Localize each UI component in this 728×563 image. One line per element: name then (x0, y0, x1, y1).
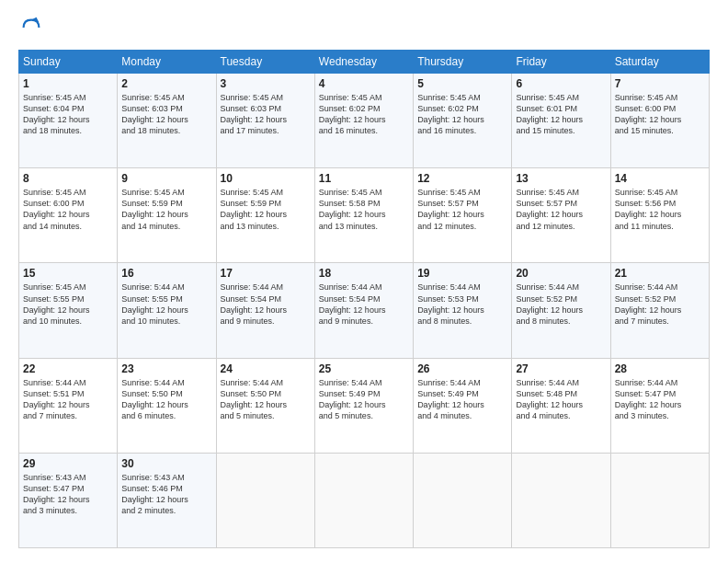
day-info: Sunrise: 5:43 AM Sunset: 5:47 PM Dayligh… (23, 472, 113, 517)
day-number: 3 (221, 77, 311, 90)
day-number: 28 (615, 362, 705, 375)
calendar-cell: 14Sunrise: 5:45 AM Sunset: 5:56 PM Dayli… (610, 168, 709, 263)
page: SundayMondayTuesdayWednesdayThursdayFrid… (0, 0, 728, 563)
day-info: Sunrise: 5:45 AM Sunset: 5:59 PM Dayligh… (121, 187, 211, 232)
calendar-cell: 28Sunrise: 5:44 AM Sunset: 5:47 PM Dayli… (610, 358, 709, 453)
calendar-week-4: 29Sunrise: 5:43 AM Sunset: 5:47 PM Dayli… (19, 453, 710, 547)
day-number: 2 (121, 77, 211, 90)
day-number: 16 (121, 267, 211, 280)
day-number: 12 (417, 172, 507, 185)
day-number: 5 (417, 77, 507, 90)
day-number: 24 (221, 362, 311, 375)
day-number: 7 (615, 77, 705, 90)
calendar-cell (414, 453, 512, 547)
day-number: 20 (516, 267, 606, 280)
day-info: Sunrise: 5:45 AM Sunset: 6:03 PM Dayligh… (121, 92, 211, 137)
calendar-cell: 19Sunrise: 5:44 AM Sunset: 5:53 PM Dayli… (414, 263, 512, 358)
day-info: Sunrise: 5:45 AM Sunset: 5:59 PM Dayligh… (221, 187, 311, 232)
day-number: 29 (23, 457, 113, 470)
calendar-header-thursday: Thursday (414, 51, 512, 74)
calendar-body: 1Sunrise: 5:45 AM Sunset: 6:04 PM Daylig… (19, 74, 710, 548)
day-info: Sunrise: 5:45 AM Sunset: 5:55 PM Dayligh… (23, 282, 113, 327)
day-number: 23 (121, 362, 211, 375)
day-number: 4 (319, 77, 409, 90)
logo (18, 15, 48, 40)
day-number: 15 (23, 267, 113, 280)
calendar-cell: 18Sunrise: 5:44 AM Sunset: 5:54 PM Dayli… (314, 263, 413, 358)
calendar-cell (610, 453, 709, 547)
calendar-cell: 21Sunrise: 5:44 AM Sunset: 5:52 PM Dayli… (610, 263, 709, 358)
day-info: Sunrise: 5:45 AM Sunset: 5:57 PM Dayligh… (417, 187, 507, 232)
day-info: Sunrise: 5:44 AM Sunset: 5:50 PM Dayligh… (221, 377, 311, 422)
calendar-cell: 7Sunrise: 5:45 AM Sunset: 6:00 PM Daylig… (610, 74, 709, 168)
calendar-header-row: SundayMondayTuesdayWednesdayThursdayFrid… (19, 51, 710, 74)
calendar-header-saturday: Saturday (610, 51, 709, 74)
day-number: 26 (417, 362, 507, 375)
calendar-cell: 22Sunrise: 5:44 AM Sunset: 5:51 PM Dayli… (19, 358, 118, 453)
calendar-cell: 5Sunrise: 5:45 AM Sunset: 6:02 PM Daylig… (414, 74, 512, 168)
day-number: 11 (319, 172, 409, 185)
calendar-cell: 23Sunrise: 5:44 AM Sunset: 5:50 PM Dayli… (118, 358, 216, 453)
day-info: Sunrise: 5:44 AM Sunset: 5:47 PM Dayligh… (615, 377, 705, 422)
calendar-header-sunday: Sunday (19, 51, 118, 74)
day-number: 13 (516, 172, 606, 185)
calendar-cell: 26Sunrise: 5:44 AM Sunset: 5:49 PM Dayli… (414, 358, 512, 453)
day-number: 17 (221, 267, 311, 280)
calendar-header-monday: Monday (118, 51, 216, 74)
header (18, 15, 710, 40)
day-info: Sunrise: 5:44 AM Sunset: 5:49 PM Dayligh… (417, 377, 507, 422)
calendar-cell: 6Sunrise: 5:45 AM Sunset: 6:01 PM Daylig… (512, 74, 610, 168)
day-info: Sunrise: 5:45 AM Sunset: 5:57 PM Dayligh… (516, 187, 606, 232)
day-info: Sunrise: 5:44 AM Sunset: 5:55 PM Dayligh… (121, 282, 211, 327)
calendar-cell: 29Sunrise: 5:43 AM Sunset: 5:47 PM Dayli… (19, 453, 118, 547)
calendar-cell: 11Sunrise: 5:45 AM Sunset: 5:58 PM Dayli… (314, 168, 413, 263)
day-info: Sunrise: 5:45 AM Sunset: 6:00 PM Dayligh… (23, 187, 113, 232)
calendar-cell: 10Sunrise: 5:45 AM Sunset: 5:59 PM Dayli… (216, 168, 314, 263)
day-info: Sunrise: 5:44 AM Sunset: 5:52 PM Dayligh… (615, 282, 705, 327)
day-number: 30 (121, 457, 211, 470)
day-number: 10 (221, 172, 311, 185)
day-number: 9 (121, 172, 211, 185)
day-info: Sunrise: 5:43 AM Sunset: 5:46 PM Dayligh… (121, 472, 211, 517)
calendar-cell (314, 453, 413, 547)
day-info: Sunrise: 5:45 AM Sunset: 5:56 PM Dayligh… (615, 187, 705, 232)
calendar-table: SundayMondayTuesdayWednesdayThursdayFrid… (18, 50, 710, 548)
day-number: 25 (319, 362, 409, 375)
calendar-cell: 8Sunrise: 5:45 AM Sunset: 6:00 PM Daylig… (19, 168, 118, 263)
calendar-cell: 2Sunrise: 5:45 AM Sunset: 6:03 PM Daylig… (118, 74, 216, 168)
calendar-cell (512, 453, 610, 547)
calendar-cell: 20Sunrise: 5:44 AM Sunset: 5:52 PM Dayli… (512, 263, 610, 358)
calendar-cell: 24Sunrise: 5:44 AM Sunset: 5:50 PM Dayli… (216, 358, 314, 453)
day-info: Sunrise: 5:44 AM Sunset: 5:48 PM Dayligh… (516, 377, 606, 422)
calendar-header-tuesday: Tuesday (216, 51, 314, 74)
calendar-week-2: 15Sunrise: 5:45 AM Sunset: 5:55 PM Dayli… (19, 263, 710, 358)
day-number: 27 (516, 362, 606, 375)
day-info: Sunrise: 5:44 AM Sunset: 5:53 PM Dayligh… (417, 282, 507, 327)
day-number: 1 (23, 77, 113, 90)
calendar-header-friday: Friday (512, 51, 610, 74)
day-info: Sunrise: 5:45 AM Sunset: 5:58 PM Dayligh… (319, 187, 409, 232)
calendar-cell: 3Sunrise: 5:45 AM Sunset: 6:03 PM Daylig… (216, 74, 314, 168)
calendar-week-0: 1Sunrise: 5:45 AM Sunset: 6:04 PM Daylig… (19, 74, 710, 168)
day-number: 6 (516, 77, 606, 90)
calendar-cell: 12Sunrise: 5:45 AM Sunset: 5:57 PM Dayli… (414, 168, 512, 263)
day-info: Sunrise: 5:45 AM Sunset: 6:00 PM Dayligh… (615, 92, 705, 137)
day-number: 14 (615, 172, 705, 185)
calendar-week-1: 8Sunrise: 5:45 AM Sunset: 6:00 PM Daylig… (19, 168, 710, 263)
calendar-cell: 30Sunrise: 5:43 AM Sunset: 5:46 PM Dayli… (118, 453, 216, 547)
day-number: 8 (23, 172, 113, 185)
day-info: Sunrise: 5:44 AM Sunset: 5:52 PM Dayligh… (516, 282, 606, 327)
calendar-header-wednesday: Wednesday (314, 51, 413, 74)
day-info: Sunrise: 5:45 AM Sunset: 6:03 PM Dayligh… (221, 92, 311, 137)
day-info: Sunrise: 5:44 AM Sunset: 5:51 PM Dayligh… (23, 377, 113, 422)
day-number: 22 (23, 362, 113, 375)
calendar-cell: 13Sunrise: 5:45 AM Sunset: 5:57 PM Dayli… (512, 168, 610, 263)
day-info: Sunrise: 5:44 AM Sunset: 5:49 PM Dayligh… (319, 377, 409, 422)
logo-icon (18, 15, 44, 40)
calendar-cell: 16Sunrise: 5:44 AM Sunset: 5:55 PM Dayli… (118, 263, 216, 358)
day-info: Sunrise: 5:45 AM Sunset: 6:02 PM Dayligh… (417, 92, 507, 137)
calendar-cell: 9Sunrise: 5:45 AM Sunset: 5:59 PM Daylig… (118, 168, 216, 263)
calendar-week-3: 22Sunrise: 5:44 AM Sunset: 5:51 PM Dayli… (19, 358, 710, 453)
day-number: 19 (417, 267, 507, 280)
calendar-cell: 17Sunrise: 5:44 AM Sunset: 5:54 PM Dayli… (216, 263, 314, 358)
